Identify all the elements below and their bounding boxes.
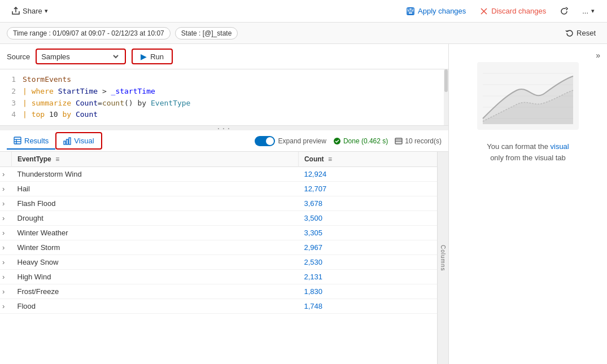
discard-changes-button[interactable]: Discard changes (474, 4, 552, 19)
table-row: › Frost/Freeze 1,830 (0, 284, 448, 299)
count-cell: 12,924 (298, 167, 448, 182)
check-icon (333, 137, 341, 145)
table-row: › Winter Weather 3,305 (0, 226, 448, 240)
save-icon (406, 7, 415, 16)
row-chevron[interactable]: › (0, 299, 12, 314)
run-button[interactable]: ▶ Run (132, 49, 173, 64)
table-row: › Flash Flood 3,678 (0, 196, 448, 211)
row-chevron[interactable]: › (0, 240, 12, 255)
col-chevron-header (0, 152, 12, 167)
count-cell: 3,678 (298, 196, 448, 211)
chart-icon (63, 137, 71, 145)
svg-rect-9 (64, 141, 65, 144)
more-chevron: ▾ (591, 7, 595, 15)
event-type-cell: Hail (12, 182, 299, 196)
row-chevron[interactable]: › (0, 226, 12, 240)
svg-rect-13 (395, 138, 402, 144)
records-label: 10 record(s) (405, 137, 442, 145)
code-editor[interactable]: 1 StormEvents 2 | where StartTime > _sta… (0, 69, 448, 126)
expand-panel-icon[interactable]: » (593, 49, 602, 62)
left-panel: Source Samples ▶ Run 1 StormEvents 2 | w… (0, 44, 449, 364)
source-label: Source (7, 52, 30, 61)
state-filter[interactable]: State : [@]_state (175, 27, 238, 40)
right-panel: » You can format the (449, 44, 607, 364)
records-badge: 10 record(s) (395, 137, 442, 145)
row-chevron[interactable]: › (0, 167, 12, 182)
table-row: › Thunderstorm Wind 12,924 (0, 167, 448, 182)
reset-label: Reset (577, 29, 596, 37)
toggle-knob (266, 137, 274, 145)
refresh-icon (560, 7, 569, 16)
event-type-cell: Winter Storm (12, 240, 299, 255)
tab-visual[interactable]: Visual (55, 132, 102, 150)
table-row: › Hail 12,707 (0, 182, 448, 196)
event-type-cell: Flash Flood (12, 196, 299, 211)
row-chevron[interactable]: › (0, 196, 12, 211)
table-row: › Winter Storm 2,967 (0, 240, 448, 255)
tab-status: Expand preview Done (0.462 s) 10 re (255, 136, 442, 146)
svg-rect-11 (69, 138, 71, 144)
count-cell: 2,131 (298, 270, 448, 284)
row-chevron[interactable]: › (0, 211, 12, 226)
time-range-label: Time range : 01/09/07 at 09:07 - 02/12/2… (13, 29, 164, 37)
count-cell: 1,830 (298, 284, 448, 299)
row-chevron[interactable]: › (0, 255, 12, 270)
share-button[interactable]: Share ▾ (7, 5, 53, 18)
count-cell: 2,530 (298, 255, 448, 270)
share-chevron: ▾ (45, 7, 48, 15)
top-bar-left: Share ▾ (7, 5, 53, 18)
count-cell: 1,748 (298, 299, 448, 314)
table-row: › Heavy Snow 2,530 (0, 255, 448, 270)
apply-changes-button[interactable]: Apply changes (400, 4, 471, 19)
refresh-button[interactable] (554, 4, 574, 19)
code-line-1: 1 StormEvents (0, 74, 448, 86)
caption-visual-link[interactable]: visual (551, 142, 569, 151)
more-button[interactable]: ... ▾ (577, 4, 600, 18)
records-icon (395, 137, 403, 145)
state-label: State : [@]_state (181, 29, 232, 37)
code-text-2: | where StartTime > _startTime (23, 86, 155, 98)
svg-rect-5 (14, 137, 21, 144)
event-type-cell: High Wind (12, 270, 299, 284)
run-label: Run (150, 52, 164, 61)
eventtype-menu-icon[interactable]: ≡ (55, 155, 59, 163)
count-cell: 2,967 (298, 240, 448, 255)
toggle-switch[interactable] (255, 136, 275, 146)
columns-expand-button[interactable]: Columns (437, 152, 448, 364)
expand-preview-toggle[interactable]: Expand preview (255, 136, 326, 146)
discard-label: Discard changes (491, 7, 546, 15)
count-cell: 12,707 (298, 182, 448, 196)
reset-button[interactable]: Reset (561, 27, 600, 40)
event-type-cell: Drought (12, 211, 299, 226)
line-num-3: 3 (5, 98, 16, 109)
run-play-icon: ▶ (141, 52, 147, 61)
editor-scrollbar[interactable] (444, 69, 448, 125)
col-eventtype-header[interactable]: EventType ≡ (12, 152, 299, 167)
count-menu-icon[interactable]: ≡ (328, 155, 332, 163)
filter-bar: Time range : 01/09/07 at 09:07 - 02/12/2… (0, 23, 607, 44)
table-row: › High Wind 2,131 (0, 270, 448, 284)
row-chevron[interactable]: › (0, 284, 12, 299)
data-table: EventType ≡ Count ≡ › Thunderstorm Wind … (0, 152, 448, 314)
row-chevron[interactable]: › (0, 270, 12, 284)
chart-svg (477, 62, 579, 130)
code-text-1: StormEvents (23, 74, 71, 86)
editor-scrollbar-thumb (444, 69, 448, 92)
source-selected: Samples (41, 52, 70, 61)
source-dropdown[interactable]: Samples (36, 49, 126, 64)
line-num-4: 4 (5, 109, 16, 121)
results-table: EventType ≡ Count ≡ › Thunderstorm Wind … (0, 152, 448, 364)
time-range-filter[interactable]: Time range : 01/09/07 at 09:07 - 02/12/2… (7, 27, 171, 40)
table-icon (14, 137, 21, 144)
count-cell: 3,500 (298, 211, 448, 226)
resize-handle[interactable]: • • • (0, 126, 448, 130)
tab-results[interactable]: Results (7, 133, 55, 150)
row-chevron[interactable]: › (0, 182, 12, 196)
code-line-4: 4 | top 10 by Count (0, 109, 448, 121)
event-type-cell: Thunderstorm Wind (12, 167, 299, 182)
done-badge: Done (0.462 s) (333, 137, 388, 145)
dropdown-chevron-icon (111, 52, 120, 61)
source-row: Source Samples ▶ Run (0, 44, 448, 69)
col-count-header[interactable]: Count ≡ (298, 152, 448, 167)
chart-caption: You can format the visualonly from the v… (487, 141, 569, 163)
